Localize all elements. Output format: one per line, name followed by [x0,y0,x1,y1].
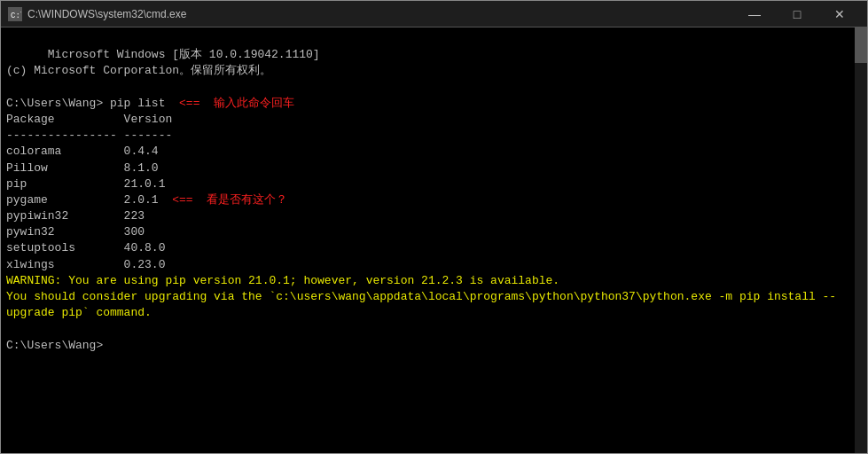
line-pypiwin32: pypiwin32 223 pywin32 300 setuptools 40.… [6,209,165,271]
scrollbar[interactable] [855,27,867,453]
line-pygame: pygame 2.0.1 [6,193,159,207]
cmd-icon: C:\ [8,7,22,21]
title-bar: C:\ C:\WINDOWS\system32\cmd.exe — □ ✕ [1,1,867,27]
line-1: Microsoft Windows [版本 10.0.19042.1110] [48,48,320,61]
svg-text:C:\: C:\ [11,12,21,20]
close-button[interactable]: ✕ [819,1,860,27]
line-prompt: C:\Users\Wang> [6,339,103,352]
line-pygame-arrow: <== 看是否有这个？ [159,193,288,207]
line-warning3: upgrade pip` command. [6,306,152,319]
window-title: C:\WINDOWS\system32\cmd.exe [27,8,186,20]
line-2: (c) Microsoft Corporation。保留所有权利。 [6,64,271,77]
line-4: Package Version ---------------- -------… [6,113,172,191]
line-warning2: You should consider upgrading via the `c… [6,290,836,303]
line-warning1: WARNING: You are using pip version 21.0.… [6,274,559,287]
line-3-arrow: <== [165,97,214,110]
title-bar-left: C:\ C:\WINDOWS\system32\cmd.exe [8,7,186,21]
cmd-window: C:\ C:\WINDOWS\system32\cmd.exe — □ ✕ Mi… [0,0,868,454]
minimize-button[interactable]: — [734,1,775,27]
line-3: C:\Users\Wang> [6,97,103,110]
line-3-cmd: pip list [103,97,165,110]
console-area[interactable]: Microsoft Windows [版本 10.0.19042.1110] (… [1,27,867,453]
title-bar-controls: — □ ✕ [734,1,860,27]
scrollbar-thumb[interactable] [855,27,867,63]
line-3-annotation: 输入此命令回车 [214,97,294,110]
console-output: Microsoft Windows [版本 10.0.19042.1110] (… [6,31,862,370]
maximize-button[interactable]: □ [777,1,817,27]
